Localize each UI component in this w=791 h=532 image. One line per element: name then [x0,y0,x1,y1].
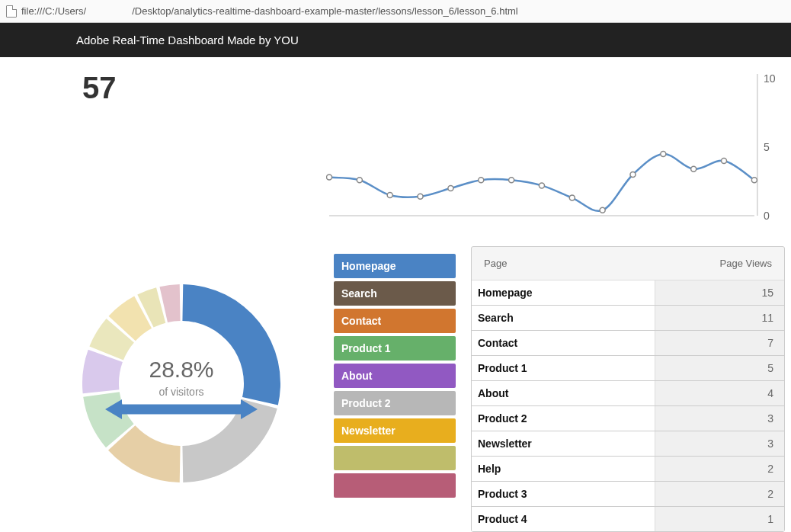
legend: HomepageSearchContactProduct 1AboutProdu… [334,254,456,532]
svg-point-19 [751,178,757,183]
svg-point-9 [448,186,453,191]
line-chart: 0510 [326,71,785,223]
cell-page: Search [472,306,655,330]
legend-item[interactable]: Homepage [334,254,456,278]
legend-item[interactable] [334,446,456,470]
page-views-table: Page Page Views Homepage15Search11Contac… [471,246,785,532]
legend-item[interactable]: Contact [334,309,456,333]
column-header-page: Page [484,258,696,269]
legend-item-label: Newsletter [341,425,396,437]
svg-text:0: 0 [764,210,770,222]
table-row: Homepage15 [472,280,784,306]
cell-page: Product 4 [472,507,655,531]
svg-text:of visitors: of visitors [159,386,203,398]
table-row: Help2 [472,457,784,482]
table-row: Product 23 [472,406,784,431]
column-header-views: Page Views [696,258,772,269]
table-row: About4 [472,381,784,406]
svg-point-14 [600,207,605,213]
cell-page: Product 3 [472,482,655,506]
realtime-counter: 57 [6,71,326,105]
legend-item-label: Product 1 [341,342,391,354]
cell-page: About [472,381,655,405]
svg-point-6 [357,178,362,183]
cell-page: Homepage [472,280,655,305]
svg-point-16 [661,152,666,157]
table-row: Contact7 [472,331,784,356]
svg-text:10: 10 [764,72,776,85]
legend-item-label: About [341,370,372,382]
file-icon [6,5,17,18]
cell-views: 3 [655,431,784,456]
svg-point-17 [691,166,697,171]
svg-point-7 [387,193,392,198]
svg-point-10 [479,178,484,183]
legend-item-label: Contact [341,315,381,327]
svg-point-13 [569,195,575,200]
svg-point-15 [630,172,636,178]
page-header: Adobe Real-Time Dashboard Made by YOU [0,23,791,57]
svg-point-5 [327,175,332,180]
legend-item-label: Homepage [341,260,396,272]
url-prefix: file:///C:/Users/ [21,5,86,17]
cell-views: 4 [655,381,784,405]
legend-item-label: Search [341,287,377,300]
donut-chart: 28.8%of visitors [44,246,319,505]
cell-page: Product 1 [472,356,655,380]
svg-text:28.8%: 28.8% [149,357,213,382]
legend-item-label: Product 2 [341,397,391,409]
legend-item[interactable] [334,473,456,498]
cell-views: 15 [655,280,784,305]
legend-item[interactable]: Product 1 [334,336,456,361]
cell-page: Newsletter [472,431,655,456]
cell-page: Contact [472,331,655,355]
legend-item[interactable]: About [334,364,456,388]
cell-views: 2 [655,457,784,481]
page-title: Adobe Real-Time Dashboard Made by YOU [76,34,299,46]
legend-item[interactable]: Newsletter [334,418,456,443]
svg-point-8 [418,194,423,199]
legend-item[interactable]: Search [334,281,456,306]
cell-page: Product 2 [472,406,655,431]
svg-point-18 [722,159,727,164]
cell-page: Help [472,457,655,481]
browser-address-bar[interactable]: file:///C:/Users//Desktop/analytics-real… [0,0,791,23]
svg-text:5: 5 [764,141,770,153]
table-row: Newsletter3 [472,431,784,457]
table-row: Product 41 [472,507,784,531]
cell-views: 11 [655,306,784,330]
table-header: Page Page Views [472,247,784,280]
svg-point-11 [509,178,514,183]
table-row: Search11 [472,306,784,331]
table-row: Product 32 [472,482,784,507]
cell-views: 3 [655,406,784,431]
cell-views: 2 [655,482,784,506]
cell-views: 1 [655,507,784,531]
svg-point-12 [539,183,544,188]
table-row: Product 15 [472,356,784,381]
cell-views: 5 [655,356,784,380]
url-suffix: /Desktop/analytics-realtime-dashboard-ex… [132,5,518,17]
legend-item[interactable]: Product 2 [334,391,456,415]
url-text: file:///C:/Users//Desktop/analytics-real… [21,5,785,17]
cell-views: 7 [655,331,784,355]
